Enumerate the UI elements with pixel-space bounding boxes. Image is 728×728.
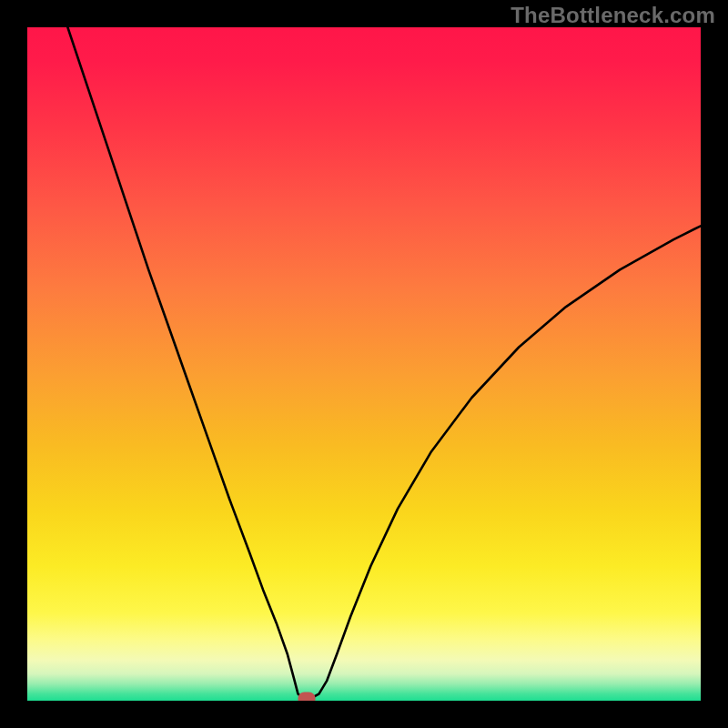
plot-area [27, 27, 701, 701]
bottleneck-curve [27, 27, 701, 701]
chart-frame: TheBottleneck.com [0, 0, 728, 728]
watermark-text: TheBottleneck.com [511, 3, 715, 28]
optimum-marker [298, 692, 316, 701]
